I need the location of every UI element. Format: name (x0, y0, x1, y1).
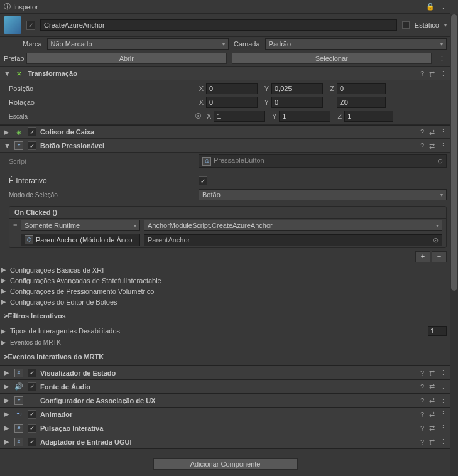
help-icon[interactable]: ? (420, 438, 424, 446)
component-menu-icon[interactable]: ⋮ (440, 369, 447, 377)
help-icon[interactable]: ? (420, 70, 424, 77)
drag-handle-icon[interactable]: ≡ (13, 222, 17, 229)
component-menu-icon[interactable]: ⋮ (440, 396, 447, 404)
component-menu-icon[interactable]: ⋮ (440, 424, 447, 432)
filters-section[interactable]: >Filtros Interativos (0, 311, 450, 321)
active-checkbox[interactable] (26, 21, 35, 30)
fold[interactable]: ▶ (4, 369, 10, 377)
fold[interactable]: ▶ (0, 338, 6, 347)
component-menu-icon[interactable]: ⋮ (440, 128, 447, 136)
component-menu-icon[interactable]: ⋮ (440, 410, 447, 418)
fold[interactable]: ▶ (4, 424, 10, 432)
disabled-count-input[interactable] (428, 326, 447, 336)
preset-icon[interactable]: ⇄ (429, 410, 435, 418)
object-picker-icon[interactable]: ⊙ (437, 157, 443, 165)
scale-y-input[interactable] (279, 111, 330, 122)
disabled-types-label[interactable]: Tipos de Interagentes Desabilitados (10, 327, 120, 335)
editor-section[interactable]: Configurações do Editor de Botões (10, 298, 117, 306)
fold[interactable]: ▶ (4, 438, 10, 446)
selectmode-dropdown[interactable]: Botão (199, 189, 447, 200)
gameobject-name-field[interactable] (40, 19, 397, 31)
fold[interactable]: ▶ (0, 327, 6, 335)
position-label: Posição (9, 85, 192, 92)
help-icon[interactable]: ? (420, 425, 424, 432)
preset-icon[interactable]: ⇄ (429, 128, 435, 136)
mrtk-events[interactable]: Eventos do MRTK (10, 339, 61, 346)
preset-icon[interactable]: ⇄ (429, 424, 435, 432)
pressable-foldout[interactable]: ▼ (4, 142, 10, 149)
menu-icon[interactable]: ⋮ (440, 3, 447, 11)
preset-icon[interactable]: ⇄ (429, 70, 435, 78)
rotation-z-input[interactable] (337, 97, 386, 108)
rotation-x-input[interactable] (206, 97, 258, 108)
tag-dropdown[interactable]: Não Marcado (47, 38, 229, 50)
script-icon: # (14, 141, 24, 151)
static-dropdown-arrow[interactable]: ▾ (444, 23, 447, 28)
event-target-field[interactable]: ⌬ParentAnchor (Módulo de Ânco (21, 234, 140, 246)
component-menu-icon[interactable]: ⋮ (440, 70, 447, 78)
preset-icon[interactable]: ⇄ (429, 142, 435, 150)
fold[interactable]: ▶ (0, 266, 6, 274)
scale-x-input[interactable] (214, 111, 265, 122)
transform-title: Transformação (28, 70, 417, 77)
add-component-button[interactable]: Adicionar Componente (153, 458, 298, 470)
help-icon[interactable]: ? (420, 369, 424, 377)
vertical-scrollbar[interactable] (450, 14, 458, 476)
xri-basic-section[interactable]: Configurações Básicas de XRI (10, 266, 104, 274)
transform-foldout[interactable]: ▼ (4, 70, 10, 77)
boxcollider-foldout[interactable]: ▶ (4, 128, 10, 136)
method-dropdown[interactable]: AnchorModuleScript.CreateAzureAnchor (144, 220, 442, 231)
scroll-thumb[interactable] (451, 14, 457, 291)
runtime-dropdown[interactable]: Somente Runtime (21, 220, 140, 231)
component-menu-icon[interactable]: ⋮ (440, 438, 447, 446)
mrtk-interactive-section[interactable]: >Eventos Interativos do MRTK (0, 352, 450, 362)
fold[interactable]: ▶ (4, 396, 10, 404)
help-icon[interactable]: ? (420, 142, 424, 149)
stateful-section[interactable]: Configurações Avançadas de StatefulInter… (10, 277, 161, 284)
object-picker-icon[interactable]: ⊙ (433, 236, 439, 244)
enable-checkbox[interactable] (28, 438, 36, 446)
help-icon[interactable]: ? (420, 397, 424, 404)
position-x-input[interactable] (206, 83, 258, 94)
script-icon: # (14, 423, 24, 433)
component-menu-icon[interactable]: ⋮ (440, 142, 447, 150)
prefab-select-button[interactable]: Selecionar (232, 53, 432, 64)
position-y-input[interactable] (271, 83, 323, 94)
static-checkbox[interactable] (402, 21, 410, 29)
help-icon[interactable]: ? (420, 383, 424, 391)
rotation-y-input[interactable] (271, 97, 323, 108)
component-menu-icon[interactable]: ⋮ (440, 382, 447, 391)
fold[interactable]: ▶ (0, 287, 6, 295)
fold[interactable]: ▶ (0, 276, 6, 284)
preset-icon[interactable]: ⇄ (429, 438, 435, 446)
enable-checkbox[interactable] (28, 382, 36, 391)
enable-checkbox[interactable] (28, 424, 36, 433)
preset-icon[interactable]: ⇄ (429, 382, 435, 391)
layer-dropdown[interactable]: Padrão (265, 38, 447, 50)
fold[interactable]: ▶ (4, 410, 10, 418)
volumetric-section[interactable]: Configurações de Pressionamento Volumétr… (10, 288, 154, 295)
prefab-more-icon[interactable]: ⋮ (437, 55, 447, 63)
enable-checkbox[interactable] (28, 410, 36, 419)
fold[interactable]: ▶ (0, 298, 6, 306)
fold[interactable]: ▶ (4, 382, 10, 391)
scale-z-input[interactable] (344, 111, 393, 122)
boxcollider-enable[interactable] (28, 127, 36, 136)
help-icon[interactable]: ? (420, 128, 424, 136)
position-z-input[interactable] (337, 83, 386, 94)
event-add-button[interactable]: + (415, 251, 430, 262)
prefab-open-button[interactable]: Abrir (26, 53, 227, 64)
ux-binding-title: Configurador de Associação de UX (40, 397, 417, 404)
enable-checkbox[interactable] (28, 369, 36, 377)
pos-x-label: X (195, 85, 204, 92)
scale-link-icon[interactable]: ⦿ (195, 112, 202, 120)
preset-icon[interactable]: ⇄ (429, 369, 435, 377)
pressable-enable[interactable] (28, 141, 36, 150)
interactive-checkbox[interactable] (199, 176, 207, 185)
help-icon[interactable]: ? (420, 411, 424, 418)
lock-icon[interactable]: 🔒 (426, 3, 435, 11)
event-argument-field[interactable]: ParentAnchor ⊙ (144, 234, 442, 246)
event-remove-button[interactable]: − (432, 251, 447, 262)
preset-icon[interactable]: ⇄ (429, 396, 435, 404)
animator-title: Animador (40, 411, 417, 418)
